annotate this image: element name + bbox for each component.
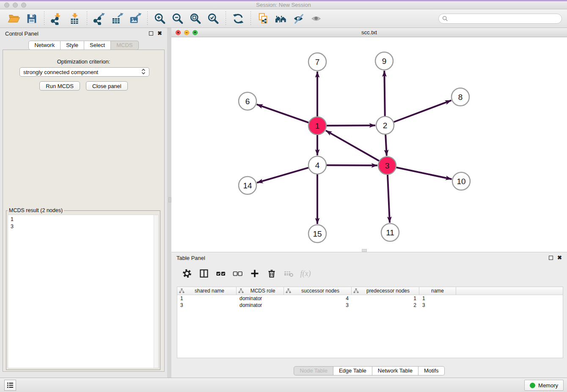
column-header-name[interactable]: name bbox=[419, 287, 456, 295]
select-all-columns-button[interactable] bbox=[216, 268, 226, 279]
select-all-icon bbox=[216, 269, 226, 278]
node-label: 3 bbox=[385, 161, 390, 170]
zoom-selected-icon bbox=[207, 12, 220, 25]
cell-successor-nodes[interactable]: 4 bbox=[284, 295, 352, 301]
run-mcds-button[interactable]: Run MCDS bbox=[39, 81, 80, 91]
export-table-button[interactable] bbox=[110, 11, 124, 26]
graph-edge-4-3[interactable] bbox=[327, 165, 377, 166]
graph-node-4[interactable]: 4 bbox=[308, 156, 326, 174]
float-panel-icon[interactable] bbox=[149, 31, 153, 36]
graph-node-2[interactable]: 2 bbox=[376, 116, 394, 134]
show-panels-menu-button[interactable] bbox=[4, 380, 16, 391]
import-table-icon bbox=[68, 12, 81, 25]
unselect-all-columns-button[interactable] bbox=[233, 268, 243, 279]
graph-edge-1-6[interactable] bbox=[257, 105, 309, 123]
table-splitter-handle[interactable] bbox=[362, 249, 367, 252]
open-file-button[interactable] bbox=[7, 11, 21, 26]
column-header-successor-nodes[interactable]: successor nodes bbox=[284, 287, 352, 295]
zoom-out-button[interactable] bbox=[171, 11, 185, 26]
cell-predecessor-nodes[interactable]: 1 bbox=[352, 295, 419, 301]
table-tab-network-table[interactable]: Network Table bbox=[372, 366, 418, 375]
result-scrollbar[interactable] bbox=[154, 215, 158, 368]
duplicate-network-button[interactable] bbox=[256, 11, 270, 26]
refresh-view-button[interactable] bbox=[231, 11, 245, 26]
graph-edge-2-9[interactable] bbox=[384, 71, 385, 116]
graph-edge-4-14[interactable] bbox=[257, 168, 308, 182]
graph-edge-2-3[interactable] bbox=[385, 135, 387, 156]
table-tab-node-table[interactable]: Node Table bbox=[294, 366, 333, 375]
graph-edge-1-2[interactable] bbox=[327, 125, 375, 126]
column-header-predecessor-nodes[interactable]: predecessor nodes bbox=[352, 287, 419, 295]
graph-node-1[interactable]: 1 bbox=[308, 117, 326, 135]
first-neighbors-button[interactable] bbox=[274, 11, 288, 26]
network-window-title-bar[interactable]: × − + scc.txt bbox=[171, 28, 567, 37]
export-table-icon bbox=[111, 12, 124, 25]
tab-select[interactable]: Select bbox=[84, 41, 111, 50]
cell-mcds-role[interactable]: dominator bbox=[237, 295, 284, 301]
criterion-dropdown[interactable]: strongly connected component bbox=[19, 67, 149, 77]
network-canvas[interactable]: 1234678910111415 bbox=[171, 37, 567, 252]
mcds-result-area[interactable]: 1 3 bbox=[8, 215, 159, 368]
application-window: Session: New Session bbox=[0, 0, 567, 392]
export-image-button[interactable] bbox=[128, 11, 142, 26]
graph-node-9[interactable]: 9 bbox=[375, 52, 393, 70]
tab-network[interactable]: Network bbox=[28, 41, 61, 50]
zoom-fit-button[interactable] bbox=[188, 11, 203, 26]
window-title: Session: New Session bbox=[0, 2, 567, 8]
show-all-button[interactable] bbox=[309, 11, 324, 26]
status-bar: Memory bbox=[0, 378, 567, 392]
hide-selected-button[interactable] bbox=[292, 11, 306, 26]
graph-edge-2-8[interactable] bbox=[394, 100, 451, 122]
graph-node-6[interactable]: 6 bbox=[239, 92, 256, 110]
table-settings-button[interactable] bbox=[182, 268, 192, 279]
graph-edge-3-11[interactable] bbox=[388, 175, 390, 223]
delete-column-button[interactable] bbox=[267, 268, 277, 279]
search-input[interactable] bbox=[450, 15, 558, 22]
export-network-button[interactable] bbox=[92, 11, 107, 26]
cell-predecessor-nodes[interactable]: 2 bbox=[352, 302, 419, 308]
column-header-shared-name[interactable]: shared name bbox=[177, 287, 237, 295]
cell-mcds-role[interactable]: dominator bbox=[237, 302, 284, 308]
table-header-row: shared nameMCDS rolesuccessor nodesprede… bbox=[177, 287, 563, 295]
node-label: 8 bbox=[458, 93, 463, 102]
graph-node-3[interactable]: 3 bbox=[378, 157, 396, 174]
panel-splitter-handle[interactable] bbox=[168, 197, 171, 202]
graph-node-7[interactable]: 7 bbox=[308, 53, 326, 71]
cell-name[interactable]: 3 bbox=[419, 302, 456, 308]
save-session-button[interactable] bbox=[25, 11, 39, 26]
column-header-mcds-role[interactable]: MCDS role bbox=[237, 287, 284, 295]
table-tab-motifs[interactable]: Motifs bbox=[418, 366, 445, 375]
graph-edge-3-1[interactable] bbox=[326, 130, 379, 161]
zoom-in-button[interactable] bbox=[153, 11, 167, 26]
table-row[interactable]: 3dominator323 bbox=[177, 302, 563, 309]
close-panel-icon[interactable]: ✖ bbox=[157, 31, 162, 36]
graph-node-10[interactable]: 10 bbox=[452, 172, 470, 190]
cell-shared-name[interactable]: 3 bbox=[177, 302, 237, 308]
tab-style[interactable]: Style bbox=[61, 41, 84, 50]
table-row[interactable]: 1dominator411 bbox=[177, 295, 563, 302]
memory-button[interactable]: Memory bbox=[524, 380, 564, 391]
graph-edge-3-10[interactable] bbox=[396, 168, 452, 179]
node-label: 2 bbox=[383, 121, 388, 130]
network-view-window: × − + scc.txt 1234678910111415 bbox=[171, 28, 567, 252]
graph-node-11[interactable]: 11 bbox=[381, 224, 399, 241]
import-table-button[interactable] bbox=[67, 11, 82, 26]
close-table-panel-icon[interactable]: ✖ bbox=[557, 255, 562, 260]
cell-shared-name[interactable]: 1 bbox=[177, 295, 237, 301]
graph-node-14[interactable]: 14 bbox=[239, 177, 256, 194]
float-table-panel-icon[interactable] bbox=[549, 256, 553, 260]
close-panel-button[interactable]: Close panel bbox=[86, 81, 128, 91]
graph-node-15[interactable]: 15 bbox=[308, 225, 326, 243]
search-field[interactable] bbox=[438, 14, 562, 24]
zoom-selected-button[interactable] bbox=[206, 11, 220, 26]
node-label: 6 bbox=[245, 97, 250, 106]
table-tab-edge-table[interactable]: Edge Table bbox=[333, 366, 372, 375]
tab-mcds[interactable]: MCDS bbox=[111, 41, 138, 50]
trash-icon bbox=[267, 269, 276, 278]
import-network-button[interactable] bbox=[50, 11, 64, 26]
graph-node-8[interactable]: 8 bbox=[451, 88, 469, 106]
show-columns-button[interactable] bbox=[199, 268, 209, 279]
create-column-button[interactable] bbox=[250, 268, 260, 279]
cell-successor-nodes[interactable]: 3 bbox=[284, 302, 352, 308]
cell-name[interactable]: 1 bbox=[419, 295, 456, 301]
